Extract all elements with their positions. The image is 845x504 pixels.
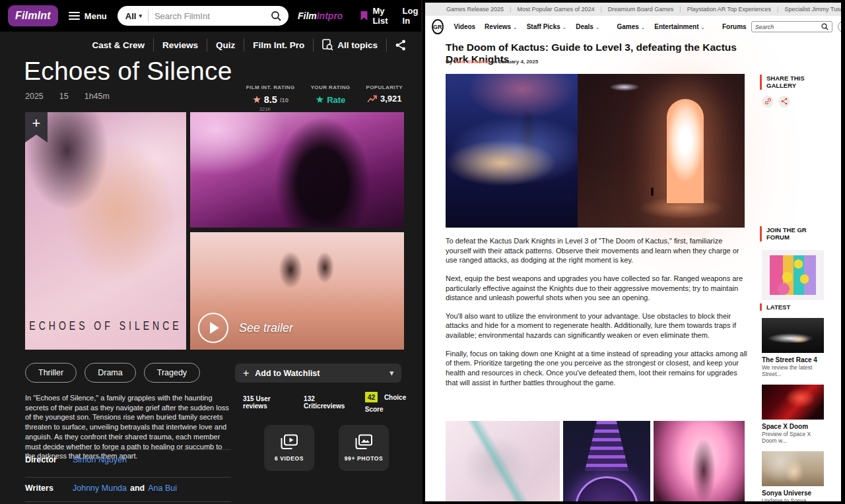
film-int-rating[interactable]: FILM INT. RATING ★ 8.5 /10 321K	[246, 84, 295, 112]
gr-navbar: GR Videos Reviews ⌄ Staff Picks ⌄ Deals …	[425, 16, 841, 38]
user-reviews-link[interactable]: 315 User reviews	[243, 395, 293, 410]
search-divider	[148, 10, 149, 22]
top-link-3[interactable]: Dreamium Board Games	[608, 6, 674, 13]
top-link-1[interactable]: Games Release 2025	[446, 6, 504, 13]
search-icon[interactable]	[821, 23, 828, 30]
video-stack-icon	[280, 434, 298, 450]
popularity-label: POPULARITY	[366, 84, 403, 90]
glowing-doorway	[667, 99, 704, 203]
popularity[interactable]: POPULARITY 3,921	[366, 84, 403, 112]
chevron-down-icon: ⌄	[513, 24, 518, 30]
gr-nav-games[interactable]: Games ⌄	[617, 23, 645, 30]
menu-button[interactable]: Menu	[69, 10, 107, 22]
latest-title: LATEST	[760, 303, 826, 311]
my-list-button[interactable]: My List	[360, 6, 388, 26]
trailer-image[interactable]: See trailer	[190, 232, 404, 350]
divider	[25, 477, 231, 478]
play-button[interactable]	[198, 313, 228, 343]
nav-quiz[interactable]: Quiz	[207, 40, 244, 50]
share-gallery-section: SHARE THIS GALLERY	[760, 75, 832, 108]
latest-item-street-race[interactable]: The Street Race 4 We review the latest S…	[760, 318, 826, 377]
latest-item-space-x-doom[interactable]: Space X Doom Preview of Space X Doom w..…	[760, 385, 826, 444]
search-icon[interactable]	[271, 11, 282, 22]
pro-brand-intpro: Intpro	[317, 11, 343, 21]
author-link[interactable]: Julie Edwards	[454, 59, 489, 65]
critic-reviews-link[interactable]: 132 Criticreviews	[304, 395, 355, 410]
pro-brand-film: Film	[298, 11, 317, 21]
article-hero-images	[446, 74, 745, 228]
movie-title: Echoes of Silence	[24, 57, 232, 86]
gr-nav-staff-picks[interactable]: Staff Picks ⌄	[527, 23, 567, 30]
poster-caption: ECHOES OF SILENCE	[29, 319, 182, 332]
release-year[interactable]: 2025	[25, 92, 44, 101]
gallery-image-pink-crystal[interactable]	[654, 421, 745, 501]
top-link-4[interactable]: Playstation AR Top Experiences	[687, 6, 771, 13]
gr-login-button[interactable]: Log in	[838, 21, 841, 32]
filmintpro-link[interactable]: FilmIntpro	[298, 11, 343, 21]
add-to-list-ribbon[interactable]: +	[25, 112, 48, 142]
movie-poster[interactable]: + ECHOES OF SILENCE	[25, 112, 186, 350]
gr-window: Games Release 2025| Most Popular Games o…	[425, 3, 841, 501]
chevron-down-icon[interactable]: ▾	[389, 369, 393, 377]
photos-button[interactable]: 99+ PHOTOS	[339, 425, 389, 471]
topics-search-icon	[322, 39, 333, 51]
writer-link-2[interactable]: Ana Bui	[148, 484, 177, 493]
nav-reviews[interactable]: Reviews	[154, 40, 207, 50]
copy-link-button[interactable]	[762, 96, 774, 108]
gallery-image-neon-stairs[interactable]	[563, 421, 650, 501]
choice-score[interactable]: 42 Choice Score	[365, 391, 422, 414]
gr-nav-forums[interactable]: Forums	[722, 23, 747, 30]
gr-nav-videos[interactable]: Videos	[454, 23, 476, 30]
choice-score-badge: 42	[365, 392, 378, 402]
nav-cast-crew[interactable]: Cast & Crew	[83, 40, 153, 50]
your-rating[interactable]: YOUR RATING ★ Rate	[311, 84, 351, 112]
silhouette-figure	[651, 187, 654, 196]
director-link[interactable]: Simon Nguyen	[73, 455, 127, 464]
still-image-top[interactable]	[190, 112, 404, 228]
sonya-universe-thumbnail	[762, 451, 824, 486]
writer-link-1[interactable]: Johnny Munda	[73, 484, 127, 493]
rating-votes: 321K	[259, 106, 295, 112]
top-link-divider: |	[600, 6, 601, 13]
divider	[25, 449, 231, 450]
login-link[interactable]: Log In	[403, 6, 419, 26]
plus-icon: +	[243, 367, 249, 379]
share-button[interactable]	[778, 96, 790, 108]
top-link-2[interactable]: Most Popular Games of 2024	[517, 6, 594, 13]
stairs-shape	[582, 421, 631, 471]
filmint-logo[interactable]: FilmInt	[8, 5, 58, 26]
hero-image-night-scene[interactable]	[446, 74, 578, 228]
forum-section: JOIN THE GR FORUM	[760, 226, 826, 300]
director-label: Director	[25, 455, 73, 464]
genre-drama[interactable]: Drama	[84, 363, 136, 383]
videos-button[interactable]: 6 VIDEOS	[264, 425, 314, 471]
gr-logo[interactable]: GR	[432, 19, 444, 34]
gr-search-input[interactable]	[755, 24, 821, 30]
latest-item-sonya-universe[interactable]: Sonya Universe Updates to Sonya Universe…	[760, 451, 826, 501]
nav-film-int-pro[interactable]: Film Int. Pro	[244, 40, 313, 50]
hero-image-glowing-arch[interactable]	[578, 74, 745, 228]
search-input[interactable]	[154, 11, 271, 21]
runtime: 1h45m	[84, 92, 110, 101]
plus-icon: +	[32, 112, 41, 142]
paragraph-2: Next, equip the best weapons and upgrade…	[446, 274, 748, 303]
forum-promo-image[interactable]	[762, 250, 824, 300]
search-category-dropdown[interactable]: All ▾	[125, 11, 142, 21]
gr-nav-deals[interactable]: Deals ⌄	[576, 23, 599, 30]
rating-score: 8.5	[264, 94, 277, 105]
top-link-5[interactable]: Specialist Jimmy Tusan Reviews 2024	[784, 6, 841, 13]
share-icon	[781, 98, 788, 105]
share-icon	[395, 40, 406, 51]
photos-button-label: 99+ PHOTOS	[345, 455, 384, 462]
gallery-image-glass-abstract[interactable]	[446, 421, 560, 501]
gr-nav-reviews[interactable]: Reviews ⌄	[485, 23, 518, 30]
filmint-window: FilmInt Menu All ▾ FilmIntpro My List	[0, 0, 422, 504]
share-button[interactable]	[387, 40, 415, 51]
nav-all-topics[interactable]: All topics	[314, 39, 386, 51]
see-trailer-label[interactable]: See trailer	[239, 321, 293, 335]
genre-pills: Thriller Drama Tragedy	[25, 363, 200, 383]
add-to-watchlist-button[interactable]: + Add to Watchlist ▾	[235, 363, 401, 383]
gr-nav-entertainment[interactable]: Entertainment ⌄	[654, 23, 705, 30]
genre-thriller[interactable]: Thriller	[25, 363, 77, 383]
genre-tragedy[interactable]: Tragedy	[144, 363, 200, 383]
